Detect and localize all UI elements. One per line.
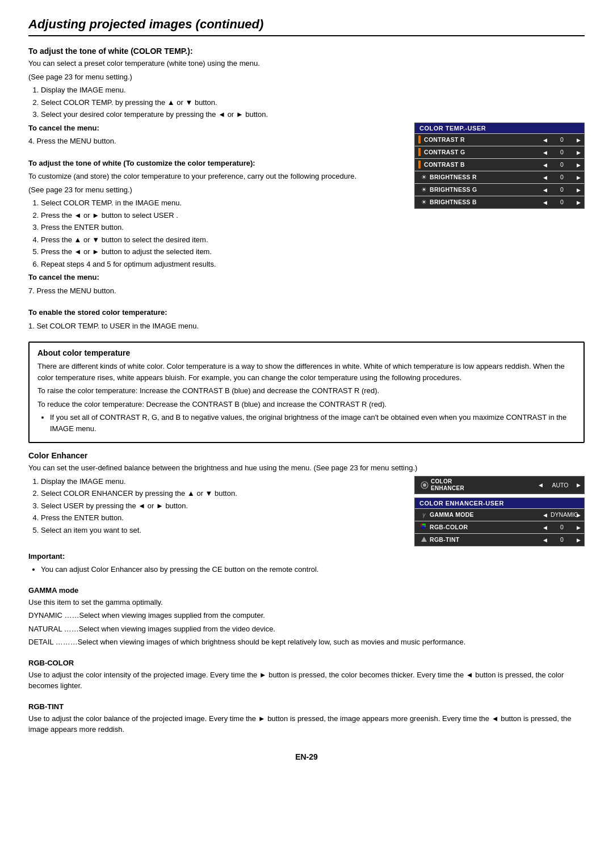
page-number: EN-29 [28, 752, 585, 761]
gamma-icon: γ [418, 512, 430, 518]
list-item: Select USER by pressing the ◄ or ► butto… [41, 500, 403, 512]
menu-value: 0 [551, 524, 573, 530]
arrow-left-icon [543, 537, 547, 543]
menu-value: 0 [551, 186, 573, 193]
menu-value: 0 [551, 199, 573, 205]
color-temp-steps: Display the IMAGE menu. Select COLOR TEM… [41, 85, 585, 120]
arrow-left-icon [543, 512, 547, 518]
menu-label: RGB-COLOR [430, 524, 543, 530]
arrow-left-icon [543, 524, 547, 530]
color-enhancer-menu-row: COLORENHANCER AUTO [415, 477, 584, 494]
about-color-temp-box: About color temperature There are differ… [28, 342, 585, 443]
arrow-right-icon [577, 162, 581, 168]
list-item: Select COLOR TEMP. by pressing the ▲ or … [41, 97, 585, 108]
color-enhancer-intro: You can set the user-defined balance bet… [28, 462, 585, 474]
menu-row-rgb-color: RGB-COLOR 0 [415, 521, 584, 533]
arrow-left-icon [543, 187, 547, 193]
color-enhancer-user-menu: COLOR ENHANCER-USER γ GAMMA MODE DYNAMIC [414, 498, 585, 546]
arrow-right-icon [577, 512, 581, 518]
color-temp-intro: You can select a preset color temperatur… [28, 58, 585, 69]
arrow-right-icon [577, 187, 581, 193]
list-item: Press the ◄ or ► button to adjust the se… [41, 246, 403, 258]
color-enhancer-steps: Display the IMAGE menu. Select COLOR ENH… [41, 476, 403, 536]
customize-heading: To adjust the tone of white (To customiz… [28, 159, 255, 167]
list-item: Select COLOR TEMP. in the IMAGE menu. [41, 197, 403, 209]
customize-intro: To customize (and store) the color tempe… [28, 171, 403, 182]
color-enhancer-menu-panel: COLORENHANCER AUTO COLOR ENHANCER-USER γ… [414, 476, 585, 551]
enable-step: 1. Set COLOR TEMP. to USER in the IMAGE … [28, 321, 403, 332]
gamma-dynamic: DYNAMIC ……Select when viewing images sup… [28, 610, 585, 621]
menu-label: CONTRAST B [424, 161, 543, 168]
arrow-right-icon [577, 537, 581, 543]
color-temp-see-page: (See page 23 for menu setting.) [28, 71, 585, 83]
selected-indicator [418, 148, 421, 156]
color-enhancer-section: Color Enhancer You can set the user-defi… [28, 451, 585, 735]
customize-see-page: (See page 23 for menu setting.) [28, 184, 403, 196]
rgb-color-label: RGB-COLOR [28, 659, 585, 667]
list-item: Press the ◄ or ► button to select USER . [41, 210, 403, 221]
color-temp-section: To adjust the tone of white (COLOR TEMP.… [28, 47, 585, 334]
color-temp-heading: To adjust the tone of white (COLOR TEMP.… [28, 47, 585, 56]
arrow-right-icon [577, 149, 581, 155]
important-bullets: You can adjust Color Enhancer also by pr… [41, 564, 585, 575]
sun-icon [418, 174, 430, 181]
menu-header: COLOR TEMP.-USER [415, 123, 584, 133]
enable-heading: To enable the stored color temperature: [28, 308, 167, 317]
cancel-menu-label: To cancel the menu: [28, 124, 99, 132]
list-item: Press the ENTER button. [41, 512, 403, 524]
menu-row-contrast-g: CONTRAST G 0 [415, 146, 584, 158]
color-temp-two-col: To cancel the menu: 4. Press the MENU bu… [28, 123, 585, 334]
svg-rect-4 [422, 525, 425, 529]
menu-row-brightness-b: BRIGHTNESS B 0 [415, 196, 584, 208]
color-enhancer-heading: Color Enhancer [28, 451, 585, 460]
color-enhancer-two-col: Display the IMAGE menu. Select COLOR ENH… [28, 476, 585, 551]
list-item: You can adjust Color Enhancer also by pr… [41, 564, 585, 575]
menu-row-rgb-tint: RGB-TINT 0 [415, 533, 584, 546]
cancel-menu2-label: To cancel the menu: [28, 273, 99, 281]
menu-row-contrast-b: CONTRAST B 0 [415, 158, 584, 171]
color-enhancer-value: AUTO [546, 482, 574, 488]
list-item: Display the IMAGE menu. [41, 85, 585, 96]
rgb-tint-icon [418, 536, 430, 543]
arrow-left-icon [543, 199, 547, 205]
list-item: Select your desired color temperature by… [41, 109, 585, 120]
svg-point-1 [423, 483, 426, 487]
arrow-left-icon [543, 149, 547, 155]
cancel-step: 4. Press the MENU button. [28, 136, 403, 147]
menu-value: 0 [551, 174, 573, 180]
selected-indicator [418, 136, 421, 144]
about-color-temp-p1: There are different kinds of white color… [37, 361, 576, 383]
sun-icon [418, 186, 430, 193]
menu-value: 0 [551, 161, 573, 168]
sun-icon [418, 199, 430, 206]
menu-label: BRIGHTNESS G [430, 186, 543, 193]
menu-value: 0 [551, 149, 573, 155]
menu-value: 0 [551, 136, 573, 143]
menu-row-contrast-r: CONTRAST R 0 [415, 133, 584, 146]
gamma-natural: NATURAL ……Select when viewing images sup… [28, 623, 585, 635]
about-color-temp-heading: About color temperature [37, 348, 576, 357]
menu-label: RGB-TINT [430, 536, 543, 543]
menu-value: DYNAMIC [551, 511, 573, 518]
arrow-left-icon [539, 482, 543, 488]
selected-indicator [418, 161, 421, 168]
cancel-step2: 7. Press the MENU button. [28, 285, 403, 297]
menu-label: BRIGHTNESS R [430, 174, 543, 180]
arrow-left-icon [543, 137, 547, 143]
arrow-left-icon [543, 162, 547, 168]
important-label: Important: [28, 551, 585, 562]
menu-label: CONTRAST R [424, 136, 543, 143]
arrow-right-icon [577, 174, 581, 180]
menu-header: COLOR ENHANCER-USER [415, 498, 584, 508]
color-enhancer-menu-label: COLORENHANCER [431, 478, 539, 492]
menu-label: GAMMA MODE [430, 511, 543, 518]
customize-steps: Select COLOR TEMP. in the IMAGE menu. Pr… [41, 197, 403, 269]
page-title: Adjusting projected images (continued) [28, 17, 585, 36]
arrow-left-icon [543, 174, 547, 180]
color-enhancer-left: Display the IMAGE menu. Select COLOR ENH… [28, 476, 403, 551]
list-item: Press the ▲ or ▼ button to select the de… [41, 234, 403, 246]
menu-row-brightness-g: BRIGHTNESS G 0 [415, 183, 584, 196]
rgb-tint-label: RGB-TINT [28, 702, 585, 711]
arrow-right-icon [577, 524, 581, 530]
rgb-tint-text: Use to adjust the color balance of the p… [28, 713, 585, 735]
